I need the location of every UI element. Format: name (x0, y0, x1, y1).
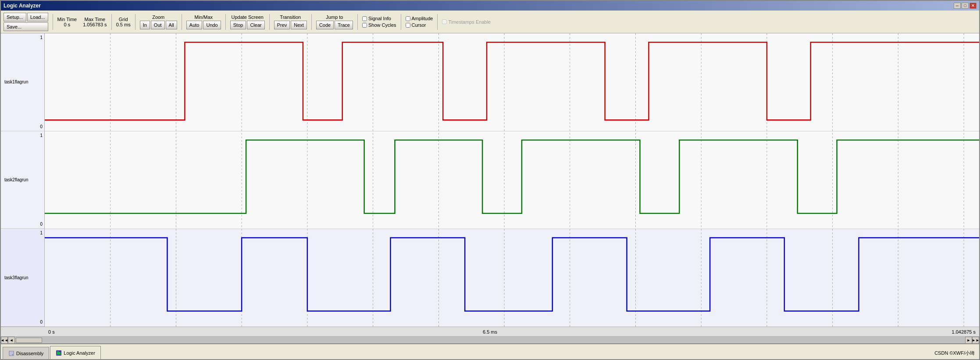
zoom-all-button[interactable]: All (166, 21, 177, 29)
jump-to-group: Jump to Code Trace (316, 14, 353, 29)
timestamps-checkbox[interactable] (442, 19, 447, 24)
amplitude-checkbox[interactable] (406, 16, 410, 21)
zoom-out-button[interactable]: Out (151, 21, 165, 29)
clear-button[interactable]: Clear (247, 21, 264, 29)
scroll-right-button[interactable]: ► (965, 337, 972, 344)
scroll-right-far-button[interactable]: ►► (972, 337, 979, 344)
logic-analyzer-icon (56, 350, 62, 356)
signal-labels: task1flagrun 1 0 task2flagrun 1 0 task3f… (1, 33, 45, 327)
svg-rect-23 (56, 350, 61, 356)
signal-container: task1flagrun 1 0 task2flagrun 1 0 task3f… (1, 33, 979, 343)
sep1 (53, 14, 53, 30)
grid-group: Grid 0.5 ms (116, 17, 131, 27)
signal-info-checkbox[interactable] (362, 16, 367, 21)
toolbar: Setup... Load... Save... Min Time 0 s Ma… (1, 11, 979, 33)
transition-row: Prev Next (274, 21, 307, 29)
cursor-label: Cursor (412, 22, 426, 28)
signal-info-item: Signal Info (362, 16, 396, 21)
sep9 (401, 14, 401, 30)
tab-disassembly[interactable]: Disassembly (3, 347, 49, 359)
signal-label-row-1: task1flagrun 1 0 (1, 33, 44, 131)
cursor-checkbox[interactable] (406, 23, 410, 28)
min-time-label: Min Time (57, 17, 77, 22)
tab-logic-analyzer-label: Logic Analyzer (64, 350, 95, 356)
zoom-group: Zoom In Out All (140, 14, 177, 29)
grid-value: 0.5 ms (116, 22, 131, 27)
signal-info-label: Signal Info (368, 16, 391, 21)
setup-group: Setup... Load... Save... (4, 13, 48, 31)
trace-button[interactable]: Trace (335, 21, 353, 29)
cursor-item: Cursor (406, 22, 433, 28)
sep6 (269, 14, 270, 30)
save-button[interactable]: Save... (4, 22, 48, 31)
tab-disassembly-label: Disassembly (16, 351, 43, 356)
sep3 (135, 14, 135, 30)
zoom-row: In Out All (140, 21, 177, 29)
checkbox-group3: Timestamps Enable (442, 19, 491, 25)
prev-button[interactable]: Prev (274, 21, 290, 29)
timeline-start: 0 s (48, 329, 55, 335)
max-time-value: 1.056783 s (83, 22, 107, 27)
save-row: Save... (4, 22, 48, 31)
amplitude-item: Amplitude (406, 16, 433, 21)
minmax-row: Auto Undo (186, 21, 221, 29)
waveform-svg (45, 33, 979, 327)
waveform-area (45, 33, 979, 327)
signal-label-row-2: task2flagrun 1 0 (1, 131, 44, 229)
status-bar: CSDN ©XWF/小琦 (934, 350, 975, 356)
disassembly-icon (8, 350, 14, 356)
minmax-group: Min/Max Auto Undo (186, 14, 221, 29)
auto-button[interactable]: Auto (186, 21, 203, 29)
maximize-button[interactable]: □ (962, 3, 969, 9)
bottom-tabs: Disassembly Logic Analyzer CSDN ©XWF/小琦 (1, 343, 979, 359)
jump-row: Code Trace (316, 21, 353, 29)
next-button[interactable]: Next (291, 21, 307, 29)
timestamps-label: Timestamps Enable (448, 19, 491, 25)
scroll-left-button[interactable]: ◄ (8, 337, 15, 344)
signal-name-1: task1flagrun (4, 79, 28, 84)
scroll-thumb[interactable] (16, 338, 42, 343)
min-time-value: 0 s (64, 22, 71, 27)
window-title: Logic Analyzer (4, 3, 41, 9)
title-bar-buttons: ─ □ ✕ (954, 3, 976, 9)
setup-button[interactable]: Setup... (4, 13, 26, 22)
show-cycles-label: Show Cycles (368, 22, 396, 28)
update-row: Stop Clear (230, 21, 265, 29)
tab-logic-analyzer[interactable]: Logic Analyzer (50, 346, 101, 359)
undo-button[interactable]: Undo (203, 21, 221, 29)
transition-group: Transition Prev Next (274, 14, 307, 29)
svg-rect-1 (45, 131, 979, 229)
svg-rect-2 (45, 229, 979, 327)
load-button[interactable]: Load... (27, 13, 48, 22)
signal-name-2: task2flagrun (4, 177, 28, 182)
sep4 (182, 14, 182, 30)
code-button[interactable]: Code (316, 21, 334, 29)
transition-label: Transition (274, 14, 307, 20)
y-ticks-3: 1 0 (40, 229, 43, 326)
close-button[interactable]: ✕ (969, 3, 976, 9)
amplitude-label: Amplitude (412, 16, 433, 21)
checkbox-group2: Amplitude Cursor (406, 16, 433, 28)
signal-name-3: task3flagrun (4, 275, 28, 280)
sep5 (225, 14, 226, 30)
timestamps-item: Timestamps Enable (442, 19, 491, 25)
sep10 (437, 14, 438, 30)
y-ticks-1: 1 0 (40, 33, 43, 131)
minimize-button[interactable]: ─ (954, 3, 961, 9)
timeline-end: 1.042875 s (952, 329, 976, 335)
update-screen-label: Update Screen (230, 14, 265, 20)
checkbox-group: Signal Info Show Cycles (362, 16, 396, 28)
zoom-in-button[interactable]: In (140, 21, 150, 29)
scroll-left-far-button[interactable]: ◄◄ (1, 337, 8, 344)
show-cycles-checkbox[interactable] (362, 23, 367, 28)
timeline-middle: 6.5 ms (483, 329, 497, 335)
sep8 (357, 14, 358, 30)
max-time-label: Max Time (85, 17, 106, 22)
scroll-track[interactable] (15, 337, 965, 343)
stop-button[interactable]: Stop (230, 21, 246, 29)
title-bar: Logic Analyzer ─ □ ✕ (1, 1, 979, 11)
setup-row: Setup... Load... (4, 13, 48, 22)
sep7 (311, 14, 312, 30)
grid-label: Grid (119, 17, 128, 22)
show-cycles-item: Show Cycles (362, 22, 396, 28)
